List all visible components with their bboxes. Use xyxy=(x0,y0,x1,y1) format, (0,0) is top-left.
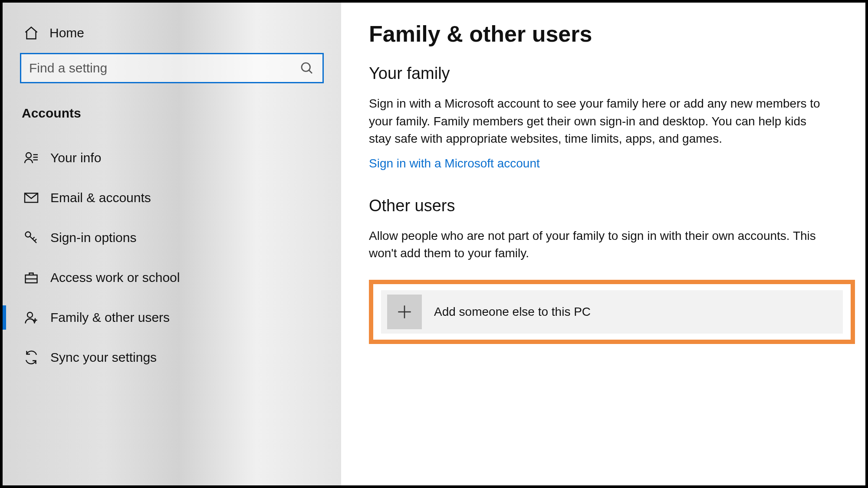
search-setting-box[interactable] xyxy=(20,53,324,83)
family-description: Sign in with a Microsoft account to see … xyxy=(369,95,829,148)
sync-icon xyxy=(23,350,39,365)
sidebar-item-sync-settings[interactable]: Sync your settings xyxy=(20,337,324,377)
svg-point-2 xyxy=(26,153,31,158)
sign-in-microsoft-link[interactable]: Sign in with a Microsoft account xyxy=(369,157,540,170)
sidebar-item-label: Access work or school xyxy=(50,270,180,285)
sidebar-item-label: Email & accounts xyxy=(50,190,151,205)
settings-sidebar: Home Accounts Your info xyxy=(3,3,341,485)
sidebar-item-label: Sync your settings xyxy=(50,350,157,365)
user-info-icon xyxy=(23,150,39,166)
svg-point-7 xyxy=(26,232,31,237)
sidebar-nav: Your info Email & accounts Sign-in optio… xyxy=(20,138,324,377)
main-content: Family & other users Your family Sign in… xyxy=(341,3,865,485)
add-user-highlight: Add someone else to this PC xyxy=(369,280,855,344)
home-icon xyxy=(23,25,39,41)
add-someone-else-button[interactable]: Add someone else to this PC xyxy=(381,290,843,334)
sidebar-item-your-info[interactable]: Your info xyxy=(20,138,324,178)
search-input[interactable] xyxy=(29,61,299,75)
svg-point-10 xyxy=(27,312,33,318)
sidebar-item-label: Sign-in options xyxy=(50,230,136,245)
svg-line-1 xyxy=(309,70,312,74)
sidebar-item-family-other-users[interactable]: Family & other users xyxy=(20,298,324,337)
search-icon xyxy=(299,60,315,76)
email-icon xyxy=(23,190,39,206)
key-icon xyxy=(23,230,39,246)
sidebar-item-label: Family & other users xyxy=(50,310,170,325)
home-label: Home xyxy=(49,26,84,40)
other-users-description: Allow people who are not part of your fa… xyxy=(369,227,829,262)
other-users-heading: Other users xyxy=(369,197,835,215)
briefcase-icon xyxy=(23,270,39,285)
sidebar-home[interactable]: Home xyxy=(20,21,324,53)
add-user-label: Add someone else to this PC xyxy=(434,305,591,319)
family-heading: Your family xyxy=(369,64,835,83)
sidebar-item-email-accounts[interactable]: Email & accounts xyxy=(20,178,324,218)
plus-icon xyxy=(387,295,422,329)
sidebar-item-label: Your info xyxy=(50,151,101,165)
user-plus-icon xyxy=(23,310,39,325)
sidebar-item-access-work-school[interactable]: Access work or school xyxy=(20,258,324,298)
sidebar-item-signin-options[interactable]: Sign-in options xyxy=(20,218,324,258)
page-title: Family & other users xyxy=(369,21,835,47)
sidebar-section-title: Accounts xyxy=(20,98,324,138)
